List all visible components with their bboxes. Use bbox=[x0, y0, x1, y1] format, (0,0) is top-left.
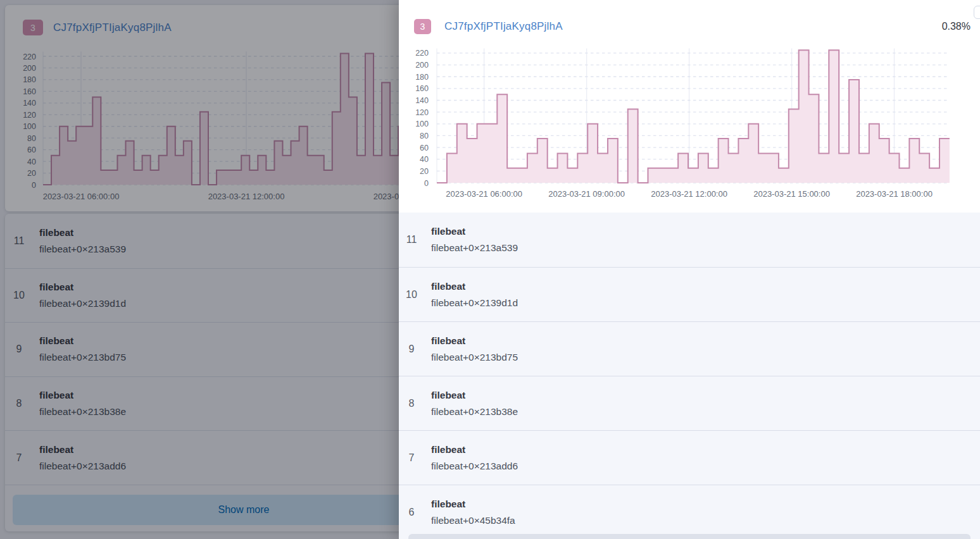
frame-executable: filebeat bbox=[431, 390, 518, 401]
frame-address: filebeat+0×213bd75 bbox=[431, 352, 518, 363]
frame-address: filebeat+0×213b38e bbox=[431, 406, 518, 418]
stacktrace-histogram-chart: 0204060801001201401601802002202023-03-21… bbox=[399, 44, 980, 202]
y-axis-tick-label: 220 bbox=[415, 49, 429, 58]
partial-next-element[interactable] bbox=[408, 534, 971, 539]
frame-row[interactable]: 6filebeatfilebeat+0×45b34fa bbox=[399, 485, 980, 539]
frame-address: filebeat+0×2139d1d bbox=[431, 297, 518, 309]
rank-badge-label: 3 bbox=[420, 22, 425, 32]
y-axis-tick-label: 0 bbox=[424, 179, 429, 188]
frame-address: filebeat+0×213add6 bbox=[431, 461, 518, 472]
y-axis-tick-label: 20 bbox=[420, 167, 429, 176]
frame-rank: 11 bbox=[399, 234, 424, 245]
frame-list: 11filebeatfilebeat+0×213a53910filebeatfi… bbox=[399, 213, 980, 539]
frame-address: filebeat+0×213a539 bbox=[431, 242, 518, 254]
frame-text: filebeatfilebeat+0×45b34fa bbox=[431, 499, 515, 526]
x-axis-tick-label: 2023-03-21 06:00:00 bbox=[446, 189, 522, 199]
frame-text: filebeatfilebeat+0×213a539 bbox=[431, 226, 518, 254]
frame-text: filebeatfilebeat+0×213b38e bbox=[431, 390, 518, 418]
y-axis-tick-label: 160 bbox=[415, 84, 429, 93]
x-axis-tick-label: 2023-03-21 12:00:00 bbox=[651, 189, 727, 199]
frame-rank: 8 bbox=[399, 398, 424, 409]
frame-rank: 6 bbox=[399, 507, 424, 518]
frame-row[interactable]: 10filebeatfilebeat+0×2139d1d bbox=[399, 267, 980, 321]
y-axis-tick-label: 100 bbox=[415, 120, 429, 128]
frame-rank: 9 bbox=[399, 344, 424, 355]
y-axis-tick-label: 180 bbox=[415, 73, 429, 82]
y-axis-tick-label: 140 bbox=[415, 96, 429, 105]
trace-id-link[interactable]: CJ7fpXfjPTIjaKyq8PjlhA bbox=[444, 20, 563, 33]
rank-badge: 3 bbox=[414, 19, 431, 34]
y-axis-tick-label: 60 bbox=[420, 144, 429, 152]
sample-percentage: 0.38% bbox=[942, 21, 971, 32]
frame-text: filebeatfilebeat+0×2139d1d bbox=[431, 281, 518, 309]
frame-executable: filebeat bbox=[431, 281, 518, 292]
x-axis-tick-label: 2023-03-21 18:00:00 bbox=[856, 189, 933, 199]
frame-address: filebeat+0×45b34fa bbox=[431, 515, 515, 526]
trace-flyout: 3 CJ7fpXfjPTIjaKyq8PjlhA 0.38% 020406080… bbox=[399, 0, 980, 539]
frame-rank: 10 bbox=[399, 289, 424, 300]
partial-pill-button[interactable] bbox=[974, 6, 980, 19]
frame-executable: filebeat bbox=[431, 335, 518, 347]
frame-row[interactable]: 7filebeatfilebeat+0×213add6 bbox=[399, 430, 980, 485]
y-axis-tick-label: 80 bbox=[420, 132, 429, 140]
frame-row[interactable]: 8filebeatfilebeat+0×213b38e bbox=[399, 376, 980, 430]
frame-rank: 7 bbox=[399, 452, 424, 464]
frame-executable: filebeat bbox=[431, 444, 518, 455]
y-axis-tick-label: 40 bbox=[420, 155, 429, 164]
frame-executable: filebeat bbox=[431, 499, 515, 510]
frame-row[interactable]: 11filebeatfilebeat+0×213a539 bbox=[399, 213, 980, 267]
frame-text: filebeatfilebeat+0×213add6 bbox=[431, 444, 518, 472]
frame-row[interactable]: 9filebeatfilebeat+0×213bd75 bbox=[399, 321, 980, 376]
frame-text: filebeatfilebeat+0×213bd75 bbox=[431, 335, 518, 363]
x-axis-tick-label: 2023-03-21 09:00:00 bbox=[548, 189, 625, 199]
frame-executable: filebeat bbox=[431, 226, 518, 237]
y-axis-tick-label: 120 bbox=[415, 108, 429, 117]
y-axis-tick-label: 200 bbox=[415, 61, 429, 70]
x-axis-tick-label: 2023-03-21 15:00:00 bbox=[753, 189, 830, 199]
frame-list-section: 11filebeatfilebeat+0×213a53910filebeatfi… bbox=[399, 213, 980, 539]
